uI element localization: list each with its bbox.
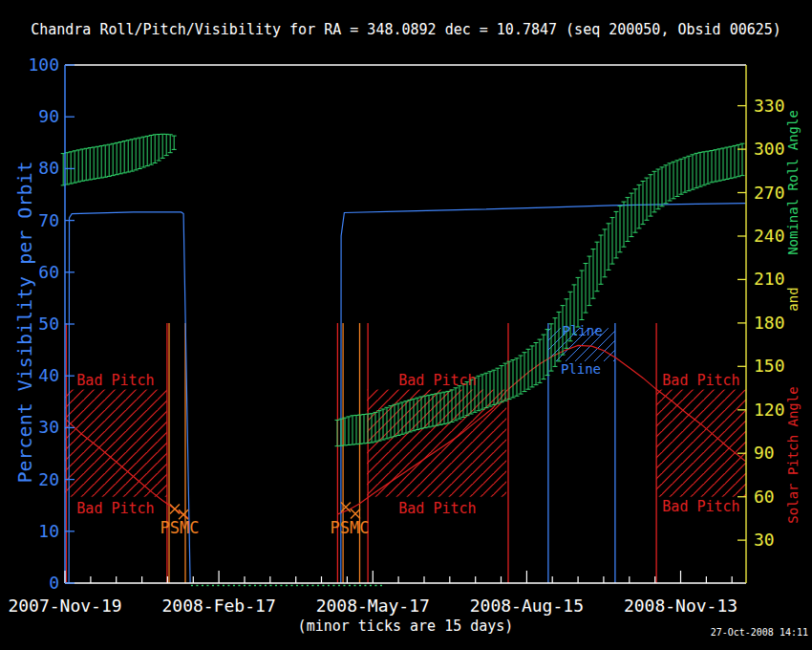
pline-label: Pline (561, 361, 601, 377)
y-left-tick-label: 30 (38, 417, 59, 437)
bad-pitch-label: Bad Pitch (662, 372, 739, 389)
bad-pitch-region-1 (65, 390, 167, 497)
bad-pitch-label: Bad Pitch (76, 372, 154, 389)
y-right-tick-label: 120 (754, 400, 785, 420)
y-right-tick-label: 60 (754, 487, 775, 507)
y-left-tick-label: 70 (38, 210, 59, 230)
y-left-tick-label: 50 (38, 314, 59, 334)
right-axis-label-roll: Nominal Roll Angle (785, 110, 801, 255)
minor-ticks-note: (minor ticks are 15 days) (65, 618, 746, 635)
y-left-tick-label: 100 (28, 54, 59, 75)
x-date-label: 2007-Nov-19 (8, 596, 121, 616)
y-right-tick-label: 30 (754, 530, 775, 550)
bad-pitch-label: Bad Pitch (662, 498, 739, 515)
x-date-label: 2008-Nov-13 (624, 596, 737, 616)
y-right-tick-label: 330 (754, 96, 785, 116)
bad-pitch-label: Bad Pitch (398, 372, 476, 389)
timestamp: 27-Oct-2008 14:11 (711, 627, 808, 638)
y-left-tick-label: 80 (38, 158, 59, 178)
chart-canvas: 0102030405060708090100306090120150180210… (0, 0, 812, 650)
right-axis-label-and: and (785, 287, 801, 311)
y-right-tick-label: 180 (754, 313, 785, 333)
x-date-label: 2008-Aug-15 (470, 596, 584, 616)
y-right-tick-label: 240 (754, 226, 785, 246)
y-right-tick-label: 210 (754, 269, 785, 289)
pline-label: Pline (562, 323, 602, 338)
y-right-tick-label: 150 (754, 356, 785, 376)
y-left-tick-label: 10 (38, 521, 59, 541)
y-left-tick-label: 60 (38, 262, 59, 282)
y-left-tick-label: 0 (49, 573, 59, 593)
y-right-tick-label: 300 (754, 139, 785, 159)
y-left-tick-label: 40 (38, 365, 59, 385)
right-axis-label-pitch: Solar Pitch Angle (785, 386, 801, 523)
bad-pitch-label: Bad Pitch (76, 500, 154, 517)
y-right-tick-label: 270 (754, 183, 785, 203)
plot-area: 0102030405060708090100306090120150180210… (0, 0, 812, 650)
y-right-tick-label: 90 (754, 443, 775, 463)
y-left-tick-label: 90 (38, 106, 59, 126)
chart-title: Chandra Roll/Pitch/Visibility for RA = 3… (0, 21, 812, 38)
psmc-markers (170, 502, 360, 519)
y-left-tick-label: 20 (38, 469, 59, 489)
psmc-label: PSMC (331, 518, 370, 537)
x-date-label: 2008-Feb-17 (162, 596, 276, 616)
bad-pitch-label: Bad Pitch (398, 500, 476, 517)
left-axis-label: Percent Visibility per Orbit (13, 161, 36, 483)
tick-labels: 0102030405060708090100306090120150180210… (8, 54, 784, 616)
psmc-label: PSMC (160, 518, 199, 537)
bad-pitch-region-3 (656, 390, 746, 497)
x-date-label: 2008-May-17 (316, 596, 430, 616)
